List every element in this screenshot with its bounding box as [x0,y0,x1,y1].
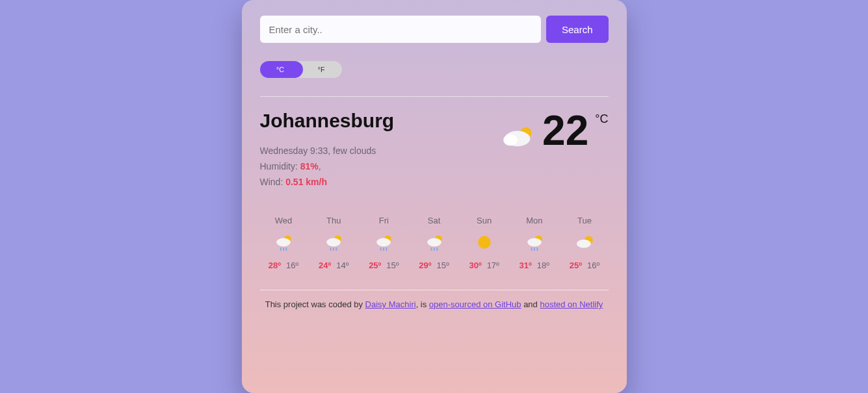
forecast-hi: 29º [419,260,431,270]
forecast-day: Thu24º14º [311,216,356,270]
forecast-lo: 17º [487,260,499,270]
github-link[interactable]: open-sourced on GitHub [429,299,521,309]
forecast-hi: 28º [269,260,281,270]
divider [260,96,609,97]
wind-label: Wind: [260,177,286,187]
netlify-link[interactable]: hosted on Netlify [540,299,603,309]
forecast-day: Sat29º15º [412,216,456,270]
wind-value: 0.51 km/h [285,177,327,187]
rain-sun-icon [261,232,306,253]
search-button[interactable]: Search [546,16,609,43]
forecast-temps: 31º18º [512,260,557,270]
humidity-label: Humidity: [260,161,300,171]
footer-prefix: This project was coded by [265,299,365,309]
forecast-day-name: Wed [261,216,306,225]
forecast-lo: 15º [386,260,399,270]
current-temp-unit: °C [595,112,608,126]
footer: This project was coded by Daisy Machiri,… [260,299,609,309]
forecast-day-name: Mon [512,216,557,225]
forecast-day-name: Sun [462,216,506,225]
temp-block: 22 °C [502,110,608,151]
forecast-temps: 29º15º [412,260,456,270]
forecast-hi: 25º [369,260,381,270]
forecast-lo: 16º [286,260,298,270]
weather-card: Search °C °F Johannesburg Wednesday 9:33… [242,0,627,393]
city-name: Johannesburg [260,110,395,132]
search-row: Search [260,16,609,43]
forecast-day: Wed28º16º [261,216,306,270]
partly-icon [562,232,607,253]
forecast-day: Mon31º18º [512,216,557,270]
current-temp: 22 [542,110,588,151]
forecast-day-name: Fri [362,216,406,225]
rain-sun-icon [512,232,557,253]
author-link[interactable]: Daisy Machiri [365,299,416,309]
forecast-temps: 28º16º [261,260,306,270]
forecast-temps: 24º14º [311,260,356,270]
forecast-row: Wed28º16ºThu24º14ºFri25º15ºSat29º15ºSun3… [260,216,609,270]
current-weather: Johannesburg Wednesday 9:33, few clouds … [260,110,609,190]
forecast-hi: 30º [469,260,481,270]
cloud-sun-icon [502,123,536,151]
humidity-line: Humidity: 81%, [260,159,395,175]
forecast-temps: 30º17º [462,260,506,270]
unit-toggle[interactable]: °C °F [260,61,342,78]
forecast-lo: 16º [587,260,599,270]
forecast-hi: 24º [319,260,331,270]
forecast-hi: 31º [519,260,532,270]
city-block: Johannesburg Wednesday 9:33, few clouds … [260,110,395,190]
forecast-day-name: Tue [562,216,607,225]
forecast-temps: 25º16º [562,260,607,270]
forecast-day: Fri25º15º [362,216,406,270]
dateline: Wednesday 9:33, few clouds [260,144,395,159]
sun-icon [462,232,506,253]
unit-celsius[interactable]: °C [260,66,301,73]
city-search-input[interactable] [260,16,541,43]
forecast-lo: 18º [537,260,549,270]
footer-divider [260,290,609,290]
rain-sun-icon [362,232,406,253]
forecast-lo: 15º [437,260,449,270]
forecast-day-name: Sat [412,216,456,225]
forecast-day: Sun30º17º [462,216,506,270]
humidity-value: 81% [300,161,319,171]
forecast-temps: 25º15º [362,260,406,270]
forecast-day-name: Thu [311,216,356,225]
forecast-day: Tue25º16º [562,216,607,270]
rain-sun-icon [412,232,456,253]
forecast-lo: 14º [336,260,349,270]
wind-line: Wind: 0.51 km/h [260,175,395,190]
forecast-hi: 25º [570,260,582,270]
rain-sun-icon [311,232,356,253]
unit-fahrenheit[interactable]: °F [301,66,342,73]
